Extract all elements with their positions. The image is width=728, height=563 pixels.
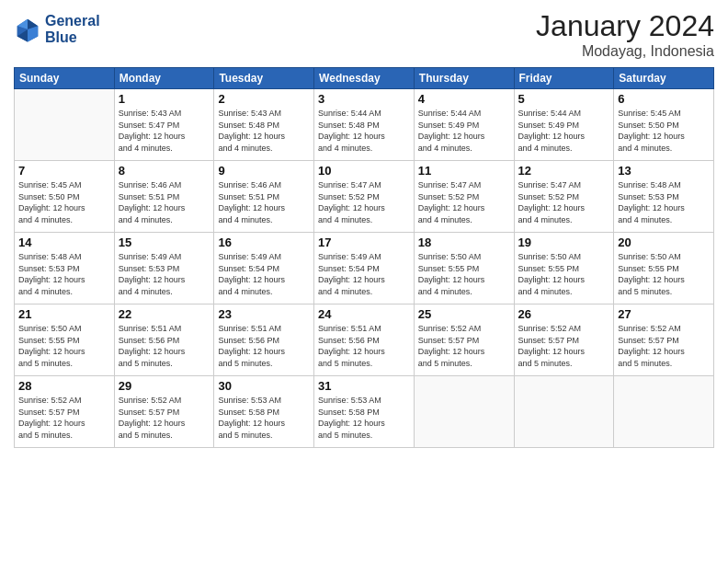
day-cell: 9Sunrise: 5:46 AM Sunset: 5:51 PM Daylig… <box>214 161 314 233</box>
day-info: Sunrise: 5:53 AM Sunset: 5:58 PM Dayligh… <box>218 395 310 441</box>
day-info: Sunrise: 5:51 AM Sunset: 5:56 PM Dayligh… <box>119 323 210 369</box>
day-cell: 2Sunrise: 5:43 AM Sunset: 5:48 PM Daylig… <box>214 89 314 161</box>
day-cell: 19Sunrise: 5:50 AM Sunset: 5:55 PM Dayli… <box>514 233 614 304</box>
day-cell: 12Sunrise: 5:47 AM Sunset: 5:52 PM Dayli… <box>514 161 614 233</box>
col-saturday: Saturday <box>614 68 714 89</box>
day-number: 16 <box>218 236 310 249</box>
day-info: Sunrise: 5:48 AM Sunset: 5:53 PM Dayligh… <box>18 251 110 297</box>
day-info: Sunrise: 5:44 AM Sunset: 5:49 PM Dayligh… <box>418 108 510 154</box>
logo: General Blue <box>14 13 100 45</box>
day-number: 2 <box>218 92 310 106</box>
day-cell: 23Sunrise: 5:51 AM Sunset: 5:56 PM Dayli… <box>214 304 314 376</box>
day-cell: 13Sunrise: 5:48 AM Sunset: 5:53 PM Dayli… <box>614 161 714 233</box>
day-number: 6 <box>618 92 710 106</box>
title-block: January 2024 Modayag, Indonesia <box>536 9 714 60</box>
day-cell: 31Sunrise: 5:53 AM Sunset: 5:58 PM Dayli… <box>314 376 415 448</box>
page: General Blue January 2024 Modayag, Indon… <box>0 0 728 563</box>
day-number: 27 <box>618 307 710 321</box>
day-info: Sunrise: 5:44 AM Sunset: 5:48 PM Dayligh… <box>318 108 410 154</box>
day-cell: 8Sunrise: 5:46 AM Sunset: 5:51 PM Daylig… <box>114 161 214 233</box>
day-info: Sunrise: 5:53 AM Sunset: 5:58 PM Dayligh… <box>318 395 410 441</box>
day-cell <box>414 376 514 448</box>
col-friday: Friday <box>514 68 614 89</box>
day-info: Sunrise: 5:52 AM Sunset: 5:57 PM Dayligh… <box>518 323 610 369</box>
day-cell: 29Sunrise: 5:52 AM Sunset: 5:57 PM Dayli… <box>114 376 214 448</box>
day-cell: 5Sunrise: 5:44 AM Sunset: 5:49 PM Daylig… <box>514 89 614 161</box>
day-number: 19 <box>518 236 610 249</box>
day-info: Sunrise: 5:52 AM Sunset: 5:57 PM Dayligh… <box>119 395 210 441</box>
day-info: Sunrise: 5:52 AM Sunset: 5:57 PM Dayligh… <box>618 323 710 369</box>
week-row-1: 1Sunrise: 5:43 AM Sunset: 5:47 PM Daylig… <box>15 89 714 161</box>
day-number: 20 <box>618 236 710 249</box>
logo-text-line2: Blue <box>45 29 100 46</box>
day-info: Sunrise: 5:51 AM Sunset: 5:56 PM Dayligh… <box>318 323 410 369</box>
day-cell <box>514 376 614 448</box>
day-number: 22 <box>119 307 210 321</box>
day-number: 18 <box>418 236 510 249</box>
logo-text-line1: General <box>45 13 100 29</box>
day-info: Sunrise: 5:51 AM Sunset: 5:56 PM Dayligh… <box>218 323 310 369</box>
day-cell <box>614 376 714 448</box>
day-cell: 22Sunrise: 5:51 AM Sunset: 5:56 PM Dayli… <box>114 304 214 376</box>
col-sunday: Sunday <box>15 68 115 89</box>
day-cell: 6Sunrise: 5:45 AM Sunset: 5:50 PM Daylig… <box>614 89 714 161</box>
day-number: 15 <box>119 236 210 249</box>
day-cell: 30Sunrise: 5:53 AM Sunset: 5:58 PM Dayli… <box>214 376 314 448</box>
day-number: 21 <box>18 307 110 321</box>
day-cell: 26Sunrise: 5:52 AM Sunset: 5:57 PM Dayli… <box>514 304 614 376</box>
day-info: Sunrise: 5:48 AM Sunset: 5:53 PM Dayligh… <box>618 179 710 225</box>
location: Modayag, Indonesia <box>536 43 714 60</box>
col-monday: Monday <box>114 68 214 89</box>
logo-icon <box>14 16 41 43</box>
day-cell: 15Sunrise: 5:49 AM Sunset: 5:53 PM Dayli… <box>114 233 214 304</box>
day-cell: 24Sunrise: 5:51 AM Sunset: 5:56 PM Dayli… <box>314 304 415 376</box>
day-number: 3 <box>318 92 410 106</box>
day-cell: 28Sunrise: 5:52 AM Sunset: 5:57 PM Dayli… <box>15 376 115 448</box>
day-cell: 3Sunrise: 5:44 AM Sunset: 5:48 PM Daylig… <box>314 89 415 161</box>
day-cell: 20Sunrise: 5:50 AM Sunset: 5:55 PM Dayli… <box>614 233 714 304</box>
day-cell: 21Sunrise: 5:50 AM Sunset: 5:55 PM Dayli… <box>15 304 115 376</box>
day-info: Sunrise: 5:50 AM Sunset: 5:55 PM Dayligh… <box>518 251 610 297</box>
day-cell: 17Sunrise: 5:49 AM Sunset: 5:54 PM Dayli… <box>314 233 415 304</box>
day-number: 24 <box>318 307 410 321</box>
day-cell: 7Sunrise: 5:45 AM Sunset: 5:50 PM Daylig… <box>15 161 115 233</box>
day-number: 31 <box>318 379 410 393</box>
month-year: January 2024 <box>536 9 714 43</box>
day-cell: 16Sunrise: 5:49 AM Sunset: 5:54 PM Dayli… <box>214 233 314 304</box>
day-cell: 25Sunrise: 5:52 AM Sunset: 5:57 PM Dayli… <box>414 304 514 376</box>
day-info: Sunrise: 5:47 AM Sunset: 5:52 PM Dayligh… <box>518 179 610 225</box>
day-cell: 18Sunrise: 5:50 AM Sunset: 5:55 PM Dayli… <box>414 233 514 304</box>
week-row-5: 28Sunrise: 5:52 AM Sunset: 5:57 PM Dayli… <box>15 376 714 448</box>
col-wednesday: Wednesday <box>314 68 415 89</box>
week-row-2: 7Sunrise: 5:45 AM Sunset: 5:50 PM Daylig… <box>15 161 714 233</box>
col-thursday: Thursday <box>414 68 514 89</box>
day-info: Sunrise: 5:45 AM Sunset: 5:50 PM Dayligh… <box>18 179 110 225</box>
day-number: 25 <box>418 307 510 321</box>
day-number: 10 <box>318 164 410 178</box>
day-info: Sunrise: 5:47 AM Sunset: 5:52 PM Dayligh… <box>418 179 510 225</box>
day-cell: 27Sunrise: 5:52 AM Sunset: 5:57 PM Dayli… <box>614 304 714 376</box>
day-cell: 4Sunrise: 5:44 AM Sunset: 5:49 PM Daylig… <box>414 89 514 161</box>
day-number: 7 <box>18 164 110 178</box>
day-info: Sunrise: 5:50 AM Sunset: 5:55 PM Dayligh… <box>618 251 710 297</box>
week-row-3: 14Sunrise: 5:48 AM Sunset: 5:53 PM Dayli… <box>15 233 714 304</box>
day-info: Sunrise: 5:47 AM Sunset: 5:52 PM Dayligh… <box>318 179 410 225</box>
day-number: 30 <box>218 379 310 393</box>
day-number: 8 <box>119 164 210 178</box>
day-cell: 1Sunrise: 5:43 AM Sunset: 5:47 PM Daylig… <box>114 89 214 161</box>
week-row-4: 21Sunrise: 5:50 AM Sunset: 5:55 PM Dayli… <box>15 304 714 376</box>
day-cell: 14Sunrise: 5:48 AM Sunset: 5:53 PM Dayli… <box>15 233 115 304</box>
day-info: Sunrise: 5:49 AM Sunset: 5:54 PM Dayligh… <box>318 251 410 297</box>
day-info: Sunrise: 5:52 AM Sunset: 5:57 PM Dayligh… <box>418 323 510 369</box>
day-info: Sunrise: 5:43 AM Sunset: 5:48 PM Dayligh… <box>218 108 310 154</box>
day-number: 23 <box>218 307 310 321</box>
day-info: Sunrise: 5:50 AM Sunset: 5:55 PM Dayligh… <box>18 323 110 369</box>
day-info: Sunrise: 5:44 AM Sunset: 5:49 PM Dayligh… <box>518 108 610 154</box>
header: General Blue January 2024 Modayag, Indon… <box>14 9 714 60</box>
day-cell: 11Sunrise: 5:47 AM Sunset: 5:52 PM Dayli… <box>414 161 514 233</box>
day-number: 1 <box>119 92 210 106</box>
day-number: 28 <box>18 379 110 393</box>
day-number: 26 <box>518 307 610 321</box>
day-number: 17 <box>318 236 410 249</box>
day-number: 29 <box>119 379 210 393</box>
